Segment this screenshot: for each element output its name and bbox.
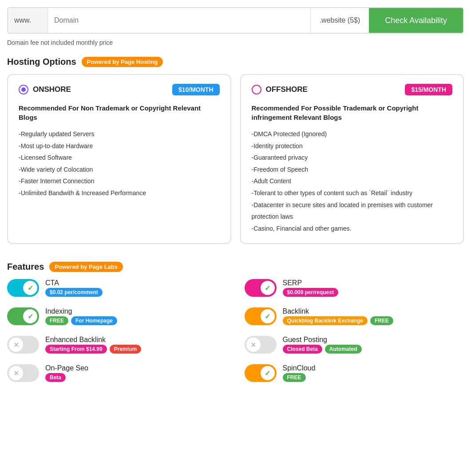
enhanced-backlink-info: Enhanced Backlink Starting From $14.99 P… <box>45 336 141 354</box>
on-page-seo-label: On-Page Seo <box>45 364 88 372</box>
onshore-name: ONSHORE <box>33 85 71 94</box>
indexing-info: Indexing FREE For Homepage <box>45 307 117 325</box>
serp-label: SERP <box>283 279 338 287</box>
spincloud-label: SpinCloud <box>283 364 316 372</box>
enhanced-backlink-toggle[interactable]: ✕ <box>7 336 39 354</box>
offshore-card[interactable]: OFFSHORE $15/MONTH Recommended For Possi… <box>240 74 464 244</box>
feature-spincloud: ✓ SpinCloud FREE <box>245 364 464 382</box>
backlink-toggle[interactable]: ✓ <box>245 307 277 325</box>
features-powered-badge: Powered by Page Labs <box>49 262 123 272</box>
cta-price-badge: $0.02 per/comment <box>45 288 103 297</box>
serp-info: SERP $0.009 per/request <box>283 279 338 297</box>
backlink-exchange-badge: Quickblog Backlink Exchange <box>283 316 368 325</box>
backlink-free-badge: FREE <box>370 316 393 325</box>
serp-badges: $0.009 per/request <box>283 288 338 297</box>
onshore-card[interactable]: ONSHORE $10/MONTH Recommended For Non Tr… <box>7 74 231 244</box>
on-page-seo-toggle-knob: ✕ <box>9 366 23 380</box>
list-item: -Most up-to-date Hardware <box>19 140 220 152</box>
indexing-free-badge: FREE <box>45 316 68 325</box>
hosting-cards-container: ONSHORE $10/MONTH Recommended For Non Tr… <box>7 74 464 244</box>
cta-label: CTA <box>45 279 103 287</box>
backlink-info: Backlink Quickblog Backlink Exchange FRE… <box>283 307 393 325</box>
guest-posting-closed-beta-badge: Closed Beta <box>283 345 322 354</box>
backlink-label: Backlink <box>283 307 393 315</box>
spincloud-toggle-knob: ✓ <box>261 366 275 380</box>
offshore-features-list: -DMCA Protected (Ignored) -Identity prot… <box>252 128 453 234</box>
indexing-label: Indexing <box>45 307 117 315</box>
list-item: -Unlimited Bandwith & Increased Performa… <box>19 187 220 199</box>
indexing-badges: FREE For Homepage <box>45 316 117 325</box>
domain-bar: www. .website (5$) Check Availability <box>7 7 464 34</box>
guest-posting-info: Guest Posting Closed Beta Automated <box>283 336 362 354</box>
onshore-title-row: ONSHORE <box>19 85 71 94</box>
features-grid: ✓ CTA $0.02 per/comment ✓ SERP $0.009 pe… <box>7 279 464 382</box>
hosting-section-header: Hosting Options Powered by Page Hosting <box>7 57 464 67</box>
feature-enhanced-backlink: ✕ Enhanced Backlink Starting From $14.99… <box>7 336 227 354</box>
list-item: -Datacenter in secure sites and located … <box>252 199 453 223</box>
spincloud-free-badge: FREE <box>283 373 306 382</box>
hosting-powered-badge: Powered by Page Hosting <box>82 57 163 67</box>
onshore-price: $10/MONTH <box>172 84 220 95</box>
list-item: -Casino, Financial and other games. <box>252 223 453 235</box>
list-item: -DMCA Protected (Ignored) <box>252 128 453 140</box>
backlink-toggle-knob: ✓ <box>261 309 275 323</box>
serp-toggle[interactable]: ✓ <box>245 279 277 297</box>
cta-toggle[interactable]: ✓ <box>7 279 39 297</box>
list-item: -Tolerant to other types of content such… <box>252 187 453 199</box>
domain-fee-note: Domain fee not included monthly price <box>7 39 464 46</box>
guest-posting-badges: Closed Beta Automated <box>283 345 362 354</box>
domain-input[interactable] <box>48 8 310 33</box>
spincloud-toggle[interactable]: ✓ <box>245 364 277 382</box>
onshore-features-list: -Regularly updated Servers -Most up-to-d… <box>19 128 220 199</box>
indexing-toggle[interactable]: ✓ <box>7 307 39 325</box>
cta-badges: $0.02 per/comment <box>45 288 103 297</box>
enhanced-backlink-premium-badge: Premium <box>110 345 141 354</box>
enhanced-backlink-badges: Starting From $14.99 Premium <box>45 345 141 354</box>
check-availability-button[interactable]: Check Availability <box>369 8 463 33</box>
serp-toggle-knob: ✓ <box>261 281 275 295</box>
guest-posting-toggle[interactable]: ✕ <box>245 336 277 354</box>
list-item: -Regularly updated Servers <box>19 128 220 140</box>
enhanced-backlink-label: Enhanced Backlink <box>45 336 141 344</box>
guest-posting-toggle-knob: ✕ <box>246 338 261 352</box>
on-page-seo-badges: Beta <box>45 373 88 382</box>
indexing-homepage-badge: For Homepage <box>71 316 117 325</box>
list-item: -Freedom of Speech <box>252 164 453 176</box>
list-item: -Wide variety of Colocation <box>19 164 220 176</box>
guest-posting-automated-badge: Automated <box>325 345 362 354</box>
domain-www-prefix: www. <box>8 8 48 33</box>
enhanced-backlink-price-badge: Starting From $14.99 <box>45 345 107 354</box>
spincloud-badges: FREE <box>283 373 316 382</box>
backlink-badges: Quickblog Backlink Exchange FREE <box>283 316 393 325</box>
cta-info: CTA $0.02 per/comment <box>45 279 103 297</box>
hosting-section-title: Hosting Options <box>7 57 76 67</box>
guest-posting-label: Guest Posting <box>283 336 362 344</box>
spincloud-info: SpinCloud FREE <box>283 364 316 382</box>
offshore-radio[interactable] <box>252 85 261 94</box>
list-item: -Guaranteed privacy <box>252 152 453 164</box>
feature-cta: ✓ CTA $0.02 per/comment <box>7 279 227 297</box>
list-item: -Licensed Software <box>19 152 220 164</box>
offshore-card-header: OFFSHORE $15/MONTH <box>252 84 453 95</box>
offshore-title-row: OFFSHORE <box>252 85 308 94</box>
onshore-radio[interactable] <box>19 85 28 94</box>
domain-extension: .website (5$) <box>310 8 369 33</box>
on-page-seo-toggle[interactable]: ✕ <box>7 364 39 382</box>
indexing-toggle-knob: ✓ <box>23 309 37 323</box>
features-section-header: Features Powered by Page Labs <box>7 262 464 272</box>
list-item: -Faster Internet Connection <box>19 175 220 187</box>
feature-on-page-seo: ✕ On-Page Seo Beta <box>7 364 227 382</box>
feature-indexing: ✓ Indexing FREE For Homepage <box>7 307 227 325</box>
list-item: -Identity protection <box>252 140 453 152</box>
on-page-seo-info: On-Page Seo Beta <box>45 364 88 382</box>
offshore-desc: Recommended For Possible Trademark or Co… <box>252 103 453 122</box>
enhanced-backlink-toggle-knob: ✕ <box>9 338 23 352</box>
serp-price-badge: $0.009 per/request <box>283 288 338 297</box>
feature-serp: ✓ SERP $0.009 per/request <box>245 279 464 297</box>
on-page-seo-beta-badge: Beta <box>45 373 66 382</box>
feature-backlink: ✓ Backlink Quickblog Backlink Exchange F… <box>245 307 464 325</box>
offshore-name: OFFSHORE <box>266 85 308 94</box>
onshore-desc: Recommended For Non Trademark or Copyrig… <box>19 103 220 122</box>
offshore-price: $15/MONTH <box>405 84 452 95</box>
onshore-card-header: ONSHORE $10/MONTH <box>19 84 220 95</box>
